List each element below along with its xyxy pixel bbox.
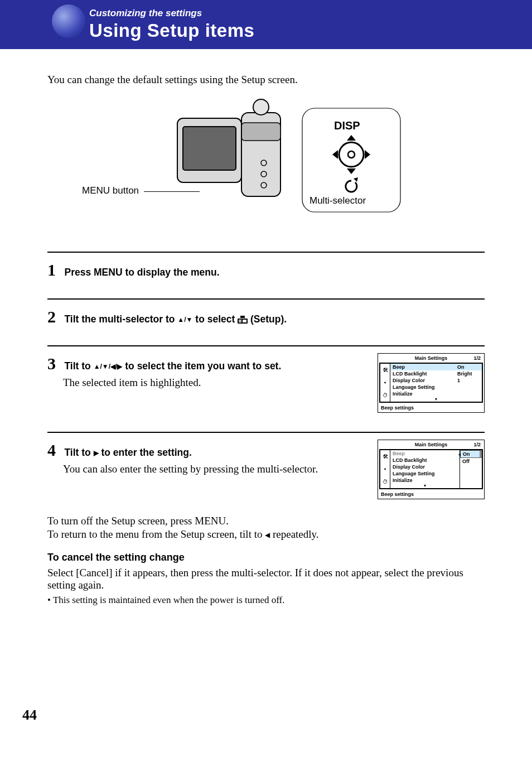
closing-bullet: • This setting is maintained even when t… — [47, 595, 485, 606]
menu-row: Language Setting — [390, 384, 482, 390]
option: Off — [460, 458, 482, 465]
svg-rect-20 — [240, 316, 245, 318]
text-fragment: Tilt to — [64, 447, 93, 458]
screen-title: Main Settings — [415, 355, 448, 361]
svg-marker-12 — [347, 168, 356, 174]
option-column: On Off — [460, 450, 482, 488]
direction-glyph: ▲/▼/◀/▶ — [94, 363, 123, 370]
page-number: 44 — [22, 707, 37, 724]
closing-line-2: To return to the menu from the Setup scr… — [47, 528, 485, 541]
step-2: 2 Tilt the multi-selector to ▲/▼ to sele… — [47, 307, 485, 326]
multi-selector-label: Multi-selector — [309, 195, 366, 206]
screen-footer: Beep settings — [378, 490, 484, 499]
screen-title: Main Settings — [415, 442, 448, 447]
step-subtext: The selected item is highlighted. — [63, 377, 281, 389]
chapter-header: Customizing the settings Using Setup ite… — [0, 0, 532, 49]
svg-point-2 — [253, 99, 269, 115]
divider — [47, 345, 485, 346]
svg-rect-4 — [183, 127, 236, 170]
lcd-screenshot-step3: Main Settings 1/2 🛠 ▪ ⏱ BeepOn LCD Backl… — [378, 353, 485, 413]
screen-category-icons: 🛠 ▪ ⏱ — [380, 450, 390, 488]
step-text: Tilt to ▶ to enter the setting. — [64, 447, 191, 458]
step-number: 2 — [47, 307, 62, 326]
svg-rect-17 — [239, 320, 241, 321]
divider — [47, 298, 485, 300]
text-fragment: to select — [192, 314, 238, 325]
closing-line-1: To turn off the Setup screen, press MENU… — [47, 515, 485, 527]
menu-row: Language Setting — [390, 470, 460, 477]
text-fragment: to select the item you want to set. — [122, 360, 281, 372]
menu-row: Display Color1 — [390, 377, 482, 384]
closing-text: To turn off the Setup screen, press MENU… — [47, 515, 485, 541]
option-selected: On — [460, 450, 482, 458]
screen-category-icons: 🛠 ▪ ⏱ — [380, 364, 390, 402]
step-number: 4 — [47, 441, 62, 460]
screen-footer: Beep settings — [378, 404, 484, 412]
divider — [47, 432, 485, 433]
svg-point-10 — [348, 151, 355, 158]
camera-diagram: MENU button — [47, 96, 485, 233]
menu-row: LCD Backlight — [390, 457, 460, 464]
cancel-body: Select [Cancel] if it appears, then pres… — [47, 567, 485, 591]
direction-glyph: ◀ — [265, 531, 270, 539]
screen-page: 1/2 — [473, 355, 481, 361]
cancel-heading: To cancel the setting change — [47, 552, 485, 563]
menu-button-label: MENU button — [82, 185, 139, 196]
page-title: Using Setup items — [89, 20, 532, 41]
menu-row: LCD BacklightBright — [390, 370, 482, 377]
scroll-down-indicator: ▾ — [390, 397, 482, 402]
disp-label: DISP — [334, 119, 360, 132]
camera-illustration — [175, 96, 297, 213]
direction-glyph: ▲/▼ — [177, 316, 192, 324]
svg-rect-18 — [239, 321, 241, 322]
header-ornament-icon — [52, 4, 85, 38]
step-number: 3 — [47, 354, 62, 373]
text-fragment: Tilt the multi-selector to — [64, 314, 177, 325]
svg-marker-14 — [365, 150, 370, 159]
screen-page: 1/2 — [473, 442, 481, 447]
clock-icon: ⏱ — [383, 479, 388, 485]
text-fragment: to enter the setting. — [99, 447, 192, 458]
menu-row: Display Color — [390, 464, 460, 470]
section-name: Customizing the settings — [89, 8, 532, 19]
svg-rect-19 — [243, 320, 246, 322]
step-4: 4 Tilt to ▶ to enter the setting. You ca… — [47, 441, 485, 499]
lcd-screenshot-step4: Main Settings 1/2 🛠 ▪ ⏱ Beep LCD Backlig… — [378, 440, 485, 499]
step-number: 1 — [47, 261, 62, 279]
text-fragment: (Setup). — [248, 314, 287, 325]
direction-glyph: ▶ — [94, 449, 99, 457]
svg-point-9 — [339, 142, 364, 167]
step-subtext: You can also enter the setting by pressi… — [63, 463, 318, 475]
step-text: Press MENU to display the menu. — [64, 267, 219, 278]
scroll-down-indicator: ▾ — [390, 483, 460, 488]
clock-icon: ⏱ — [383, 392, 388, 398]
svg-marker-15 — [354, 177, 358, 182]
menu-row-selected: BeepOn — [390, 364, 482, 370]
text-fragment: Tilt to — [64, 360, 93, 372]
svg-marker-13 — [332, 150, 338, 159]
memory-card-icon: ▪ — [384, 466, 386, 472]
svg-rect-1 — [241, 123, 280, 141]
menu-row: Beep — [390, 450, 460, 457]
wrench-icon: 🛠 — [383, 367, 388, 373]
setup-icon — [238, 314, 248, 325]
svg-marker-11 — [347, 135, 356, 141]
step-1: 1 Press MENU to display the menu. — [47, 261, 485, 279]
step-text: Tilt to ▲/▼/◀/▶ to select the item you w… — [64, 360, 281, 372]
wrench-icon: 🛠 — [383, 454, 388, 460]
intro-text: You can change the default settings usin… — [47, 74, 485, 86]
step-text: Tilt the multi-selector to ▲/▼ to select… — [64, 314, 287, 325]
step-3: 3 Tilt to ▲/▼/◀/▶ to select the item you… — [47, 354, 485, 413]
divider — [47, 252, 485, 253]
memory-card-icon: ▪ — [384, 379, 386, 385]
